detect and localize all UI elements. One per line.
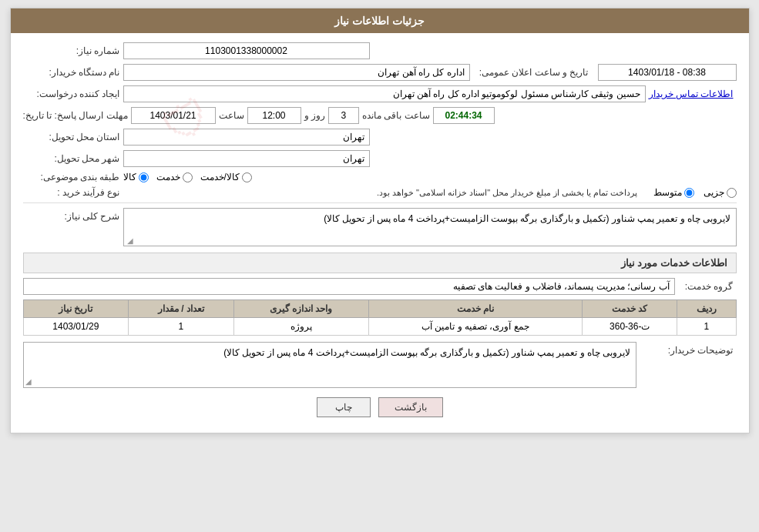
category-kala-radio[interactable] — [139, 172, 149, 182]
countdown-value: 02:44:34 — [433, 107, 495, 124]
need-description-label: شرح کلی نیاز: — [23, 208, 123, 222]
province-value: تهران — [123, 129, 370, 146]
col-date: تاریخ نیاز — [23, 300, 129, 318]
buyer-desc-value: لایروبی چاه و تعمیر پمپ شناور (تکمیل و ب… — [223, 347, 630, 358]
col-name: نام خدمت — [368, 300, 583, 318]
buyer-description-row: توضیحات خریدار: لایروبی چاه و تعمیر پمپ … — [23, 342, 737, 388]
resize-handle-2: ◢ — [25, 377, 32, 386]
category-kala-label: کالا — [123, 172, 136, 182]
buyer-desc-box: لایروبی چاه و تعمیر پمپ شناور (تکمیل و ب… — [23, 342, 636, 388]
process-mottavaset-label: متوسط — [653, 187, 682, 198]
process-jozi-label: جزیی — [704, 187, 724, 198]
province-label: استان محل تحویل: — [23, 132, 123, 142]
department-value: اداره کل راه آهن تهران — [123, 64, 470, 81]
buyer-desc-label: توضیحات خریدار: — [636, 342, 737, 356]
service-section-title: اطلاعات خدمات مورد نیاز — [23, 253, 737, 273]
process-jozi[interactable]: جزیی — [704, 187, 737, 198]
need-description-row: شرح کلی نیاز: لایروبی چاه و تعمیر پمپ شن… — [23, 208, 737, 246]
province-row: استان محل تحویل: تهران — [23, 129, 737, 146]
category-kala[interactable]: کالا — [123, 172, 149, 182]
category-radio-group: کالا خدمت کالا/خدمت — [123, 172, 252, 182]
city-label: شهر محل تحویل: — [23, 153, 123, 164]
need-description-value: لایروبی چاه و تعمیر پمپ شناور (تکمیل و ب… — [324, 213, 730, 224]
category-row: طبقه بندی موضوعی: کالا خدمت کالا/خدمت — [23, 172, 737, 182]
col-rownum: ردیف — [677, 300, 736, 318]
cell-row_num: 1 — [677, 318, 736, 336]
col-quantity: تعداد / مقدار — [129, 300, 234, 318]
page-title: جزئیات اطلاعات نیاز — [334, 15, 425, 27]
col-unit: واحد اندازه گیری — [233, 300, 368, 318]
cell-service_code: ت-36-360 — [583, 318, 677, 336]
cell-quantity: 1 — [129, 318, 234, 336]
category-kala-service-label: کالا/خدمت — [200, 172, 240, 182]
category-service[interactable]: خدمت — [156, 172, 193, 182]
announcement-value: 1403/01/18 - 08:38 — [598, 64, 737, 81]
cell-service_name: جمع آوری، تصفیه و تامین آب — [368, 318, 583, 336]
department-announcement-row: نام دستگاه خریدار: اداره کل راه آهن تهرا… — [23, 64, 737, 81]
table-row: 1ت-36-360جمع آوری، تصفیه و تامین آبپروژه… — [23, 318, 736, 336]
back-button[interactable]: بازگشت — [378, 397, 443, 417]
deadline-time: 12:00 — [247, 107, 301, 124]
department-group: اداره کل راه آهن تهران تاریخ و ساعت اعلا… — [123, 64, 737, 81]
process-type-group: جزیی متوسط پرداخت تمام یا بخشی از مبلغ خ… — [123, 187, 737, 198]
creator-label: ایجاد کننده درخواست: — [23, 89, 123, 99]
action-buttons: بازگشت چاپ — [23, 397, 737, 417]
process-mottavaset-radio[interactable] — [684, 188, 694, 198]
deadline-label: مهلت ارسال پاسخ: تا تاریخ: — [23, 110, 131, 121]
category-kala-service-radio[interactable] — [242, 172, 252, 182]
deadline-days: 3 — [328, 107, 359, 124]
category-label: طبقه بندی موضوعی: — [23, 172, 123, 182]
need-number-row: شماره نیاز: 1103001338000002 — [23, 42, 737, 59]
service-table: ردیف کد خدمت نام خدمت واحد اندازه گیری ت… — [23, 299, 737, 336]
deadline-days-label: روز و — [304, 110, 325, 121]
creator-contact-link[interactable]: اطلاعات تماس خریدار — [649, 89, 734, 99]
resize-handle-1: ◢ — [126, 236, 133, 244]
deadline-row: مهلت ارسال پاسخ: تا تاریخ: 1403/01/21 سا… — [23, 107, 737, 124]
category-service-radio[interactable] — [183, 172, 193, 182]
city-row: شهر محل تحویل: تهران — [23, 150, 737, 167]
process-label: نوع فرآیند خرید : — [23, 187, 123, 198]
process-note: پرداخت تمام یا بخشی از مبلغ خریدار محل "… — [377, 188, 638, 198]
process-jozi-radio[interactable] — [727, 188, 737, 198]
service-group-value: آب رسانی؛ مدیریت پسماند، فاضلاب و فعالیت… — [23, 278, 675, 295]
page-header: جزئیات اطلاعات نیاز — [11, 8, 749, 33]
service-group-row: گروه خدمت: آب رسانی؛ مدیریت پسماند، فاضل… — [23, 278, 737, 295]
col-code: کد خدمت — [583, 300, 677, 318]
cell-unit: پروژه — [233, 318, 368, 336]
service-group-label: گروه خدمت: — [675, 281, 737, 292]
print-button[interactable]: چاپ — [317, 397, 371, 417]
process-mottavaset[interactable]: متوسط — [653, 187, 694, 198]
divider-1 — [23, 202, 737, 203]
creator-group: حسین وثیقی کارشناس مسئول لوکوموتیو اداره… — [123, 85, 737, 102]
need-description-box: لایروبی چاه و تعمیر پمپ شناور (تکمیل و ب… — [123, 208, 737, 246]
category-service-label: خدمت — [156, 172, 180, 182]
category-kala-service[interactable]: کالا/خدمت — [200, 172, 252, 182]
creator-value: حسین وثیقی کارشناس مسئول لوکوموتیو اداره… — [123, 85, 646, 102]
need-number-label: شماره نیاز: — [23, 45, 123, 56]
process-type-row: نوع فرآیند خرید : جزیی متوسط پرداخت تمام… — [23, 187, 737, 198]
city-value: تهران — [123, 150, 370, 167]
department-label: نام دستگاه خریدار: — [23, 67, 123, 78]
deadline-time-label: ساعت — [219, 110, 244, 121]
cell-date: 1403/01/29 — [23, 318, 129, 336]
countdown-label: ساعت باقی مانده — [362, 110, 430, 121]
deadline-time-group: 1403/01/21 ساعت 12:00 روز و 3 ساعت باقی … — [131, 107, 737, 124]
announcement-label: تاریخ و ساعت اعلان عمومی: — [473, 67, 595, 78]
need-number-value: 1103001338000002 — [123, 42, 370, 59]
deadline-date: 1403/01/21 — [131, 107, 216, 124]
creator-row: ایجاد کننده درخواست: حسین وثیقی کارشناس … — [23, 85, 737, 102]
